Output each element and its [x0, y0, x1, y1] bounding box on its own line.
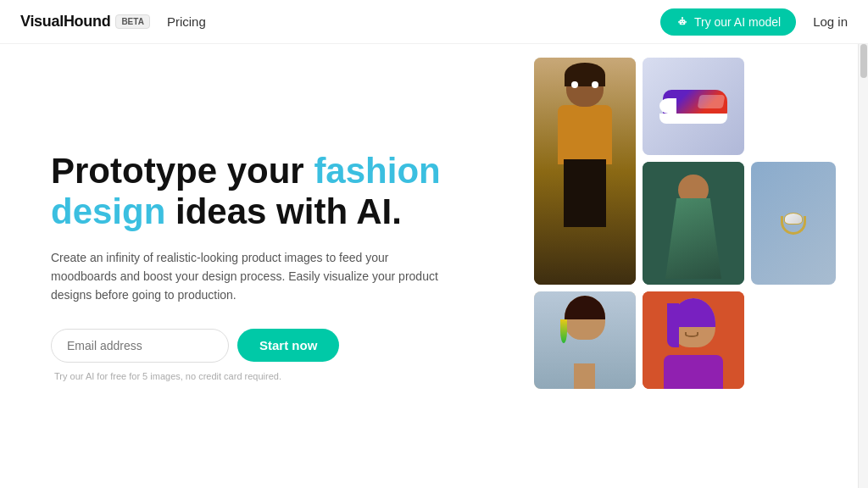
image-man-tan: [534, 58, 636, 285]
image-grid: [520, 44, 868, 488]
ring-image: [772, 213, 815, 235]
email-input[interactable]: [51, 329, 229, 363]
hero-title-part1: Prototype your: [51, 151, 314, 191]
svg-rect-2: [683, 20, 684, 21]
try-ai-button[interactable]: Try our AI model: [660, 8, 796, 36]
image-green-dress: [643, 162, 744, 285]
hero-section: Prototype your fashion design ideas with…: [0, 44, 492, 488]
cta-note: Try our AI for free for 5 images, no cre…: [54, 371, 441, 381]
nav-pricing[interactable]: Pricing: [167, 14, 206, 29]
hero-title: Prototype your fashion design ideas with…: [51, 151, 441, 233]
navbar-left: VisualHound BETA Pricing: [20, 13, 206, 30]
svg-rect-0: [680, 19, 686, 25]
hero-title-part2: ideas with AI.: [165, 191, 402, 231]
svg-rect-7: [685, 20, 686, 23]
brand: VisualHound BETA: [20, 13, 150, 30]
sneaker-image: [659, 90, 727, 124]
svg-rect-1: [681, 20, 682, 21]
cta-row: Start now: [51, 329, 441, 363]
scrollbar-thumb[interactable]: [860, 44, 867, 78]
hero-description: Create an infinity of realistic-looking …: [51, 248, 441, 305]
robot-icon: [676, 15, 689, 29]
try-ai-label: Try our AI model: [694, 15, 781, 29]
image-ring: [751, 162, 836, 285]
brand-name: VisualHound: [20, 13, 110, 30]
login-link[interactable]: Log in: [813, 14, 848, 29]
svg-rect-3: [682, 23, 684, 24]
main-content: Prototype your fashion design ideas with…: [0, 44, 868, 488]
image-earrings: [534, 291, 636, 389]
navbar-right: Try our AI model Log in: [660, 8, 848, 36]
image-sneaker: [643, 58, 744, 155]
scrollbar[interactable]: [858, 44, 868, 488]
svg-point-5: [682, 17, 683, 19]
beta-badge: BETA: [115, 14, 149, 29]
svg-rect-6: [678, 20, 679, 23]
navbar: VisualHound BETA Pricing Try our AI mode…: [0, 0, 868, 44]
start-button[interactable]: Start now: [237, 329, 339, 362]
image-purple-hair: [643, 291, 744, 389]
